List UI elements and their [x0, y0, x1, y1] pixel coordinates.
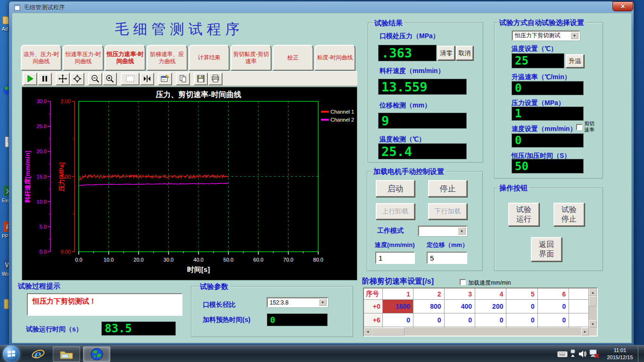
speed-set-label: 速度设置（mm/min）	[512, 125, 577, 133]
horizontal-scroll-thumb[interactable]	[372, 328, 405, 336]
table-vertical-scrollbar[interactable]: ▲▼	[589, 288, 597, 328]
table-cell-r0c6[interactable]: 0	[538, 300, 569, 313]
die-ratio-label: 口模长径比	[203, 301, 236, 309]
zoom-in-button[interactable]	[103, 73, 117, 85]
print-button[interactable]	[208, 73, 223, 85]
table-cell-r0c3[interactable]: 400	[445, 300, 475, 313]
scroll-left-icon[interactable]: ◄	[364, 328, 372, 336]
table-cell-r0c1[interactable]: 1600	[383, 300, 413, 313]
zero-button[interactable]: 清零	[438, 46, 455, 60]
table-cell-r1c6[interactable]: 0	[538, 313, 569, 327]
clock-time: 11:01	[603, 347, 636, 354]
svg-text:压力、剪切速率-时间曲线: 压力、剪切速率-时间曲线	[155, 90, 241, 99]
tab-2[interactable]: 恒速率压力-时间曲线	[63, 45, 104, 71]
motor-stop-button[interactable]: 停止	[428, 180, 467, 197]
pan-button[interactable]	[56, 73, 70, 85]
show-hidden-icons-chevron[interactable]	[570, 349, 576, 361]
tab-5[interactable]: 计算结果	[189, 45, 230, 71]
explorer-taskbar-button[interactable]	[53, 346, 80, 362]
svg-text:0.0: 0.0	[40, 249, 47, 255]
table-cell-r1c2[interactable]: 0	[413, 313, 444, 327]
temperature-display: 25.4	[378, 143, 467, 159]
properties-button[interactable]	[158, 73, 172, 85]
ram-speed-display: 13.559	[378, 79, 467, 95]
return-ui-button[interactable]: 返回界面	[531, 237, 562, 262]
work-mode-select[interactable]: ▼	[418, 226, 467, 236]
shear-rate-checkbox[interactable]	[576, 124, 582, 130]
internet-explorer-icon[interactable]: e	[31, 348, 45, 362]
svg-text:70.0: 70.0	[283, 257, 293, 263]
save-button[interactable]	[194, 73, 208, 85]
table-cell-r1c3[interactable]: 0	[445, 313, 475, 327]
table-cell-extra[interactable]	[569, 300, 589, 313]
svg-text:Channel 1: Channel 1	[330, 109, 354, 115]
tab-8[interactable]: 粘度-时间曲线	[314, 45, 355, 71]
cancel-button[interactable]: 取消	[456, 46, 473, 60]
svg-text:料杆速度[mm/min]: 料杆速度[mm/min]	[24, 151, 31, 204]
tab-3[interactable]: 恒压力速率-时间曲线	[105, 45, 146, 71]
pause-button[interactable]	[38, 73, 52, 85]
heat-up-button[interactable]: 升温	[566, 54, 584, 68]
svg-text:压力[MPa]: 压力[MPa]	[58, 162, 65, 191]
close-button[interactable]: ✕	[612, 1, 633, 11]
table-cell-extra[interactable]	[569, 313, 589, 327]
volume-tray-icon[interactable]	[578, 350, 587, 360]
svg-text:10.0: 10.0	[37, 199, 47, 205]
chevron-down-icon[interactable]: ▼	[319, 299, 327, 306]
table-header-4: 4	[475, 288, 506, 300]
tab-6[interactable]: 剪切黏度-剪切速率	[231, 45, 272, 71]
load-speed-checkbox[interactable]	[460, 279, 466, 285]
test-stop-button[interactable]: 试验停止	[553, 203, 585, 226]
svg-text:10.0: 10.0	[104, 257, 114, 263]
die-ratio-select[interactable]: 152:3.8 ▼	[267, 297, 328, 307]
table-cell-r0c2[interactable]: 800	[413, 300, 444, 313]
table-horizontal-scrollbar[interactable]: ◄►	[364, 328, 589, 336]
copy-button[interactable]	[176, 73, 190, 85]
manual-speed-input[interactable]: 1	[375, 252, 415, 264]
svg-text:80.0: 80.0	[313, 257, 323, 263]
test-mode-select[interactable]: 恒压力下剪切测试 ▼	[512, 31, 580, 41]
zoom-free-button[interactable]	[70, 73, 84, 85]
chevron-down-icon[interactable]: ▼	[458, 227, 466, 235]
taskbar-clock: 11:01 2015/12/15	[603, 347, 636, 361]
scroll-up-icon[interactable]: ▲	[589, 288, 597, 296]
keyboard-tray-icon[interactable]	[557, 351, 568, 359]
target-displacement-label: 定位移（mm）	[427, 241, 468, 249]
motor-up-unload-button[interactable]: 上行卸载	[376, 203, 415, 220]
motor-down-load-button[interactable]: 下行加载	[428, 203, 467, 220]
chevron-down-icon[interactable]: ▼	[570, 32, 578, 39]
tab-1[interactable]: 温升、压力-时间曲线	[21, 45, 62, 71]
vertical-scroll-thumb[interactable]	[589, 296, 597, 306]
svg-text:50.0: 50.0	[223, 257, 233, 263]
scroll-down-icon[interactable]: ▼	[589, 320, 597, 328]
app-taskbar-button[interactable]	[83, 346, 110, 362]
target-displacement-input[interactable]: 5	[427, 252, 467, 264]
table-cell-r1c1[interactable]: 0	[383, 313, 413, 327]
table-cell-r0c5[interactable]: 0	[506, 300, 537, 313]
table-cell-r1c5[interactable]: 0	[506, 313, 537, 327]
network-tray-icon[interactable]	[589, 349, 600, 361]
test-run-button[interactable]: 试验运行	[508, 203, 539, 226]
zoom-out-button[interactable]	[88, 73, 102, 85]
taskbar: e	[0, 345, 644, 362]
scroll-right-icon[interactable]: ►	[581, 328, 589, 336]
svg-text:30.0: 30.0	[164, 257, 173, 263]
svg-text:30.0: 30.0	[37, 99, 47, 104]
displacement-display: 9	[378, 113, 467, 129]
motor-start-button[interactable]: 启动	[376, 180, 415, 197]
play-button[interactable]	[23, 73, 37, 85]
table-cell-r0c4[interactable]: 200	[475, 300, 506, 313]
show-desktop-button[interactable]	[638, 346, 644, 362]
table-header-1: 1	[383, 288, 413, 300]
test-mode-value: 恒压力下剪切测试	[515, 32, 560, 40]
tab-7[interactable]: 校正	[272, 45, 314, 71]
pause-icon	[40, 74, 50, 83]
pressure-set-display: 1	[512, 107, 584, 121]
tab-4[interactable]: 阶梯速率、应力曲线	[147, 45, 188, 71]
cursor-track-button[interactable]	[140, 73, 154, 85]
select-box-button[interactable]	[121, 73, 140, 85]
table-grid: 序号123456+0160080040020000+6000000+12	[364, 288, 589, 328]
table-cell-r1c4[interactable]: 0	[475, 313, 506, 327]
start-button[interactable]	[3, 346, 20, 362]
ram-speed-label: 料杆速度（mm/min）	[380, 67, 445, 75]
